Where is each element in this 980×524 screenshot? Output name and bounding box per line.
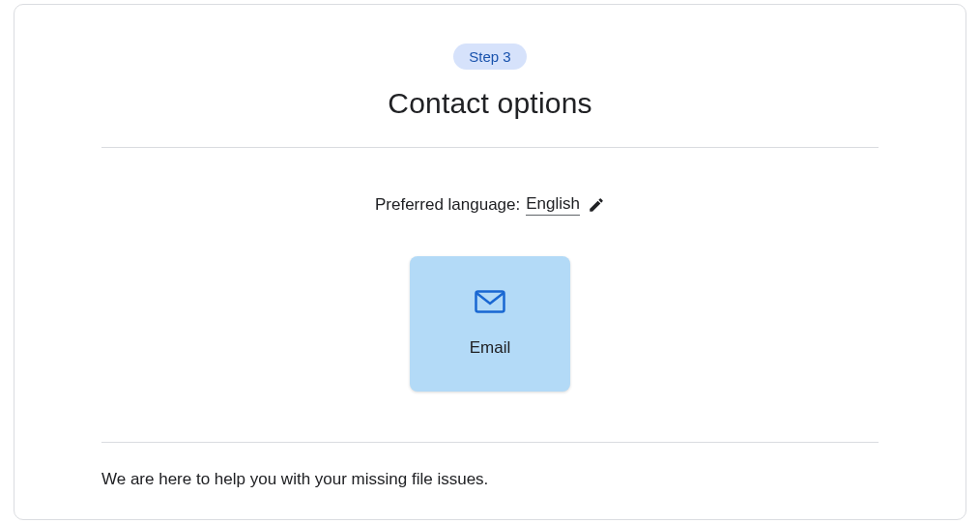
divider-bottom: [101, 442, 879, 443]
page-title: Contact options: [388, 87, 591, 120]
contact-options-card: Step 3 Contact options Preferred languag…: [14, 4, 966, 520]
language-value[interactable]: English: [526, 194, 580, 216]
language-label: Preferred language:: [375, 195, 520, 215]
email-option-card[interactable]: Email: [410, 256, 570, 392]
email-option-label: Email: [470, 338, 511, 358]
email-icon: [475, 290, 505, 313]
help-text: We are here to help you with your missin…: [101, 470, 879, 489]
contact-options-row: Email: [101, 256, 879, 392]
edit-icon[interactable]: [588, 196, 605, 214]
language-section: Preferred language: English: [101, 194, 879, 216]
divider-top: [101, 147, 879, 148]
header-section: Step 3 Contact options: [101, 44, 879, 147]
step-badge: Step 3: [453, 44, 526, 70]
